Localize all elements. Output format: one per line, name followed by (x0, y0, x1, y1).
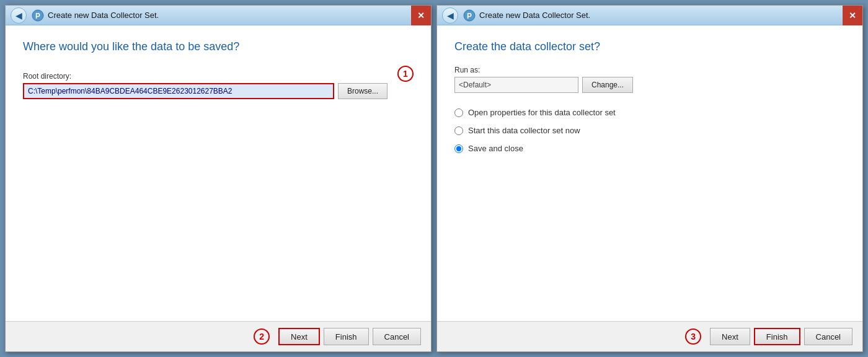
dialog2-finish-button[interactable]: Finish (754, 328, 800, 345)
annotation-circle-2: 2 (254, 328, 270, 345)
annotation-circle-3: 3 (685, 328, 701, 345)
dialog2-titlebar: ◀ P Create new Data Collector Set. ✕ (437, 6, 862, 25)
run-as-input[interactable] (454, 77, 578, 93)
root-directory-label: Root directory: (23, 72, 388, 81)
browse-button[interactable]: Browse... (338, 83, 388, 99)
back-arrow-icon: ◀ (16, 11, 22, 20)
dialog1-cancel-button[interactable]: Cancel (373, 328, 421, 345)
dialog2-heading: Create the data collector set? (454, 40, 845, 53)
dialog1-annotation1-wrap: Where would you like the data to be save… (23, 40, 414, 66)
back-arrow-icon2: ◀ (447, 11, 454, 20)
close-icon: ✕ (417, 11, 425, 20)
dialog2-footer: 3 Next Finish Cancel (437, 321, 862, 351)
dialog2: ◀ P Create new Data Collector Set. ✕ Cre… (436, 5, 863, 352)
dialog1-titlebar: ◀ P Create new Data Collector Set. ✕ (6, 6, 431, 25)
dialog2-app-icon: P (463, 9, 476, 22)
annotation-circle-1: 1 (397, 66, 414, 82)
radio-item-2[interactable]: Save and close (454, 144, 845, 153)
dialog2-next-button[interactable]: Next (710, 328, 750, 345)
dialog1-heading: Where would you like the data to be save… (23, 40, 239, 53)
dialog2-close-button[interactable]: ✕ (843, 6, 862, 25)
radio-label-2: Save and close (468, 144, 523, 153)
dialog2-title: Create new Data Collector Set. (479, 11, 590, 20)
radio-item-0[interactable]: Open properties for this data collector … (454, 108, 845, 117)
radio-item-1[interactable]: Start this data collector set now (454, 126, 845, 135)
radio-group: Open properties for this data collector … (454, 108, 845, 153)
dialog2-back-button[interactable]: ◀ (442, 7, 458, 24)
dialog1-close-button[interactable]: ✕ (411, 6, 431, 25)
dialog1-back-button[interactable]: ◀ (11, 7, 27, 24)
svg-text:P: P (35, 12, 40, 20)
run-as-row: Change... (454, 77, 845, 93)
radio-label-1: Start this data collector set now (468, 126, 580, 135)
svg-text:P: P (467, 12, 472, 20)
dialog2-content: Create the data collector set? Run as: C… (437, 25, 862, 321)
dialog1-next-button[interactable]: Next (278, 328, 320, 345)
change-button[interactable]: Change... (582, 77, 633, 93)
dialog2-cancel-button[interactable]: Cancel (804, 328, 852, 345)
dialog1-footer: 2 Next Finish Cancel (6, 321, 431, 351)
root-directory-row: Browse... (23, 83, 388, 99)
dialog1-app-icon: P (32, 9, 44, 22)
radio-open-properties[interactable] (454, 108, 463, 117)
run-as-label: Run as: (454, 66, 845, 74)
dialog1-finish-button[interactable]: Finish (324, 328, 369, 345)
dialog1-content: Where would you like the data to be save… (6, 25, 431, 321)
close-icon2: ✕ (849, 11, 856, 20)
radio-label-0: Open properties for this data collector … (468, 108, 616, 117)
radio-save-close[interactable] (454, 144, 463, 153)
dialog1: ◀ P Create new Data Collector Set. ✕ Whe… (5, 5, 432, 352)
root-directory-input[interactable] (23, 83, 334, 99)
radio-start-now[interactable] (454, 126, 463, 135)
dialog1-title: Create new Data Collector Set. (48, 11, 159, 20)
